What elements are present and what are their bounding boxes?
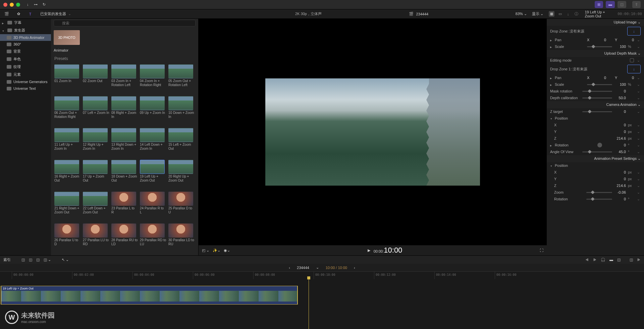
position2-label[interactable]: Position (555, 163, 585, 168)
tl-icon-r2[interactable]: ⫸ (593, 258, 597, 262)
workspace-btn-1[interactable]: ⊞ (595, 1, 603, 8)
fullscreen-icon[interactable]: ⛶ (540, 248, 543, 252)
tl-icon-r6[interactable]: ◫ (630, 258, 633, 262)
timeline-project[interactable]: 234444 (297, 266, 309, 270)
render-icon[interactable]: ↻ (43, 2, 46, 7)
crop-tool-icon[interactable]: ◰ ⌄ (202, 248, 209, 253)
workspace-btn-2[interactable]: ▬ (606, 1, 615, 8)
anim-preset-header[interactable]: Animation Preset Settings ⌄ (547, 155, 644, 162)
index-label[interactable]: 索引 (3, 257, 11, 262)
preset-item[interactable]: 29 Parallax RD to LU (140, 223, 166, 253)
preset-item[interactable]: 06 Zoom Out + Rotation Right (54, 96, 81, 126)
preset-item[interactable]: 12 Right Up + Zoom In (83, 128, 109, 158)
pos2-x-val[interactable]: 0 (614, 170, 626, 174)
angle-slider[interactable] (582, 151, 612, 152)
camera-anim-header[interactable]: Camera Animation ⌄ (547, 101, 644, 108)
preset-item[interactable]: 04 Zoom In + Rotation Right (140, 64, 166, 94)
angle-val[interactable]: 45.0 (614, 150, 626, 154)
depth-cal-slider[interactable] (582, 97, 612, 98)
sidebar-item[interactable]: 发生器 (0, 26, 51, 34)
retime-tool-icon[interactable]: ◉⌄ (224, 248, 230, 253)
import-icon[interactable]: ↓ (27, 2, 29, 7)
scale-val[interactable]: 100 (614, 45, 626, 49)
preset-item[interactable]: 08 Right + Zoom In (111, 96, 138, 126)
mask-rot-val[interactable]: 0 (614, 89, 626, 93)
inspector-tab-video[interactable]: ▭ (557, 11, 563, 17)
preset-item[interactable]: 10 Down + Zoom In (168, 96, 195, 126)
scale2-slider[interactable] (587, 84, 612, 85)
share-icon[interactable]: ⇪ (632, 1, 641, 8)
tl-icon-r3[interactable]: 🎧 (601, 258, 605, 262)
tl-tool-2[interactable]: ◫ (29, 258, 32, 262)
preset-item[interactable]: 19 Left Up + Zoom Out (140, 160, 166, 190)
search-input[interactable] (54, 20, 196, 26)
rotation-dial[interactable] (597, 143, 602, 147)
rot2-slider[interactable] (586, 199, 612, 200)
sidebar-item[interactable]: 纹理 (0, 63, 51, 71)
preset-item[interactable]: 13 Right Down + Zoom In (111, 128, 138, 158)
rot2-val[interactable]: 0 (614, 197, 626, 201)
library-icon[interactable]: 🎬 (3, 11, 10, 17)
z-target-val[interactable]: 0 (614, 110, 626, 114)
zoom-val[interactable]: -0.06 (614, 190, 626, 194)
preset-item[interactable]: 24 Parallax R to L (140, 192, 166, 221)
upload-depth-header[interactable]: Upload Depth Mask ⌄ (547, 50, 644, 57)
viewer-timecode[interactable]: 00:00:10:00 (374, 246, 402, 255)
z-target-slider[interactable] (582, 111, 612, 112)
timeline-playhead[interactable] (309, 279, 309, 329)
preset-item[interactable]: 07 Left + Zoom In (83, 96, 109, 126)
preset-item[interactable]: 30 Parallax LD to RU (168, 223, 195, 253)
tl-icon-r4[interactable]: ▬ (609, 258, 613, 262)
dropzone1-well[interactable]: ↓ (627, 65, 641, 73)
upload-image-header[interactable]: Upload Image ⌄ (547, 19, 644, 26)
tl-tool-3[interactable]: ◫ (36, 258, 40, 262)
pan-y[interactable]: 0 (622, 38, 634, 42)
preset-item[interactable]: 20 Right Up + Zoom Out (168, 160, 195, 190)
editing-mode-checkbox[interactable] (630, 58, 634, 62)
timeline-ruler[interactable]: 00:00:00:0000:00:02:0000:00:04:0000:00:0… (0, 272, 644, 279)
tl-tool-1[interactable]: ◫ (21, 258, 25, 262)
preset-item[interactable]: 25 Parallax D to U (168, 192, 195, 221)
animator-preview[interactable]: 3D PHOTO Animator (51, 27, 198, 55)
enhance-tool-icon[interactable]: ✨⌄ (213, 248, 220, 253)
preset-item[interactable]: 21 Right Down + Zoom Out (54, 192, 81, 221)
pan2-y[interactable]: 0 (622, 76, 634, 80)
play-icon[interactable]: ▶ (368, 248, 370, 253)
maximize-window[interactable] (16, 3, 20, 7)
rot-val[interactable]: 0 (614, 143, 626, 147)
preset-item[interactable]: 09 Up + Zoom In (140, 96, 166, 126)
minimize-window[interactable] (10, 3, 14, 7)
pos-y-val[interactable]: 0 (614, 130, 626, 134)
viewer-canvas[interactable] (199, 19, 547, 245)
sidebar-item[interactable]: Universe Generators (0, 78, 51, 85)
preset-item[interactable]: 28 Parallax RU to LD (111, 223, 138, 253)
preset-item[interactable]: 05 Zoom Out + Rotation Left (168, 64, 195, 94)
preset-item[interactable]: 15 Left + Zoom Out (168, 128, 195, 158)
pos-z-val[interactable]: 214.6 (614, 136, 626, 140)
tl-icon-r1[interactable]: ⫷ (585, 258, 589, 262)
sidebar-item[interactable]: 背景 (0, 48, 51, 55)
depth-cal-val[interactable]: 50.0 (614, 96, 626, 100)
pan-x[interactable]: 0 (594, 38, 606, 42)
keyword-icon[interactable]: ⊶ (34, 2, 38, 7)
position-label[interactable]: Position (555, 116, 585, 120)
pos-x-val[interactable]: 0 (614, 123, 626, 127)
scale-slider[interactable] (587, 46, 612, 47)
viewer-zoom[interactable]: 83% ⌄ (516, 12, 527, 16)
preset-item[interactable]: 27 Parallax LU to RD (83, 223, 109, 253)
inspector-tab-i[interactable]: ⓘ (573, 11, 580, 17)
sidebar-item[interactable]: Universe Text (0, 85, 51, 92)
timeline-tracks[interactable]: 19 Left Up + Zoom Out (0, 279, 644, 329)
browser-panel-title[interactable]: 已安装的发生器 ⌄ (37, 11, 292, 16)
titles-icon[interactable]: T (27, 11, 34, 17)
timeline-clip[interactable]: 19 Left Up + Zoom Out (1, 286, 298, 305)
dropzone-well[interactable]: ↓ (627, 27, 641, 36)
pan2-x[interactable]: 0 (594, 76, 606, 80)
scale2-val[interactable]: 100 (614, 82, 626, 86)
inspector-tab-generator[interactable]: ⊞ (549, 11, 554, 17)
select-tool-icon[interactable]: ↖ ⌄ (62, 258, 69, 262)
preset-item[interactable]: 03 Zoom In + Rotation Left (111, 64, 138, 94)
preset-item[interactable]: 02 Zoom Out (83, 64, 109, 94)
preset-item[interactable]: 16 Right + Zoom Out (54, 160, 81, 190)
sidebar-item[interactable]: 3D Photo Animator (0, 34, 51, 41)
